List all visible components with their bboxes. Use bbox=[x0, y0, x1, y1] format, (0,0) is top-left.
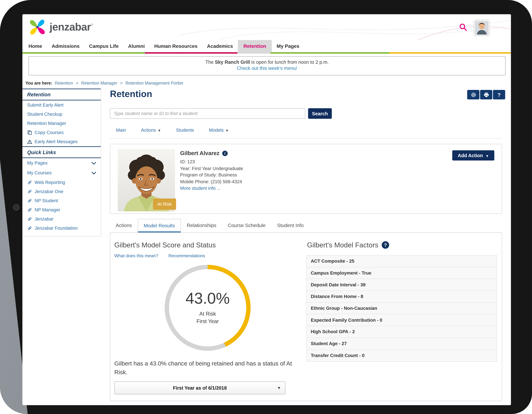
factor-row: Transfer Credit Count - 0 bbox=[307, 350, 497, 361]
print-button[interactable] bbox=[480, 90, 492, 99]
factor-row: Ethnic Group - Non-Caucasian bbox=[307, 303, 497, 314]
factor-row: ACT Composite - 25 bbox=[307, 256, 497, 267]
menu-item-students[interactable]: Students bbox=[176, 128, 194, 133]
sidebar-expand-my-pages[interactable]: My Pages bbox=[22, 158, 101, 168]
sidebar-item-retention-manager[interactable]: Retention Manager bbox=[22, 119, 101, 128]
model-results-panel: Gilbert's Model Score and Status What do… bbox=[110, 232, 502, 401]
header: jenzabar® bbox=[22, 14, 511, 40]
menu-item-actions[interactable]: Actions▼ bbox=[141, 128, 161, 133]
sidebar-link-jenzabar-foundation[interactable]: Jenzabar Foundation bbox=[22, 223, 101, 233]
nav-item-my-pages[interactable]: My Pages bbox=[272, 40, 304, 52]
student-phone: Mobile Phone: (210) 568-4324 bbox=[180, 178, 243, 185]
student-card: At Risk Gilbert Alvarez i ID: 123 Year: … bbox=[110, 144, 502, 214]
recommendations-link[interactable]: Recommendations bbox=[169, 253, 205, 258]
settings-button[interactable] bbox=[467, 90, 479, 99]
sidebar-section-quick-links: Quick Links bbox=[22, 146, 101, 158]
model-factors-table: ACT Composite - 25 Campus Employment - T… bbox=[306, 255, 497, 362]
caret-down-icon: ▼ bbox=[225, 129, 229, 132]
student-search-input[interactable] bbox=[110, 108, 305, 119]
sidebar: Retention Submit Early Alert Student Che… bbox=[22, 88, 101, 236]
search-button[interactable]: Search bbox=[308, 108, 332, 119]
sidebar-item-student-checkup[interactable]: Student Checkup bbox=[22, 110, 101, 119]
nav-item-home[interactable]: Home bbox=[24, 40, 47, 52]
factor-row: Deposit Date Interval - 39 bbox=[307, 279, 497, 291]
factor-row: Campus Employment - True bbox=[307, 267, 497, 279]
score-caption: Gilbert has a 43.0% chance of being reta… bbox=[114, 359, 294, 377]
model-score-donut: 43.0% At Risk First Year bbox=[162, 263, 253, 353]
what-does-this-mean-link[interactable]: What does this mean? bbox=[114, 253, 158, 258]
help-button[interactable]: ? bbox=[493, 90, 505, 99]
menu-item-models[interactable]: Models▼ bbox=[209, 128, 229, 133]
user-avatar[interactable] bbox=[474, 20, 489, 35]
tab-model-results[interactable]: Model Results bbox=[138, 219, 181, 232]
sidebar-item-copy-courses[interactable]: Copy Courses bbox=[22, 128, 101, 137]
caret-down-icon: ▼ bbox=[158, 129, 161, 132]
jenzabar-logo-icon bbox=[28, 18, 47, 37]
portlet-menu: Main Actions▼ Students Models▼ bbox=[116, 128, 229, 133]
sidebar-item-submit-early-alert[interactable]: Submit Early Alert bbox=[22, 100, 101, 110]
breadcrumb-separator: > bbox=[76, 81, 78, 86]
announcement-link[interactable]: Check out this week's menu! bbox=[237, 66, 297, 71]
portal-screen: jenzabar® bbox=[22, 14, 511, 405]
student-program: Program of Study: Business bbox=[180, 172, 243, 178]
tab-relationships[interactable]: Relationships bbox=[181, 219, 222, 232]
model-period-select[interactable]: First Year as of 6/1/2018 ▼ bbox=[114, 381, 285, 394]
more-student-info-link[interactable]: More student info ... bbox=[180, 185, 243, 192]
search-icon bbox=[459, 23, 468, 31]
global-search-button[interactable] bbox=[458, 22, 468, 33]
nav-item-campus-life[interactable]: Campus Life bbox=[84, 40, 124, 52]
breadcrumb-item-retention-manager[interactable]: Retention Manager bbox=[81, 81, 117, 86]
stage: jenzabar® bbox=[0, 0, 532, 414]
link-icon bbox=[27, 189, 32, 194]
announcement-text: The Sky Ranch Grill is open for lunch fr… bbox=[29, 59, 505, 65]
breadcrumb-item-retention[interactable]: Retention bbox=[55, 81, 73, 86]
announcement-banner: The Sky Ranch Grill is open for lunch fr… bbox=[28, 56, 505, 75]
printer-icon bbox=[483, 92, 489, 97]
tablet-camera bbox=[14, 205, 19, 210]
sidebar-link-jenzabar[interactable]: Jenzabar bbox=[22, 214, 101, 223]
user-avatar-image bbox=[475, 21, 488, 35]
sidebar-item-early-alert-messages[interactable]: Early Alert Messages bbox=[22, 137, 101, 146]
nav-item-admissions[interactable]: Admissions bbox=[47, 40, 84, 52]
brand-wordmark: jenzabar® bbox=[50, 21, 93, 33]
help-icon: ? bbox=[497, 92, 501, 97]
tab-actions[interactable]: Actions bbox=[110, 219, 138, 232]
link-icon bbox=[27, 207, 32, 212]
sidebar-expand-my-courses[interactable]: My Courses bbox=[22, 168, 101, 178]
student-id: ID: 123 bbox=[180, 158, 243, 165]
breadcrumb-item-portlet[interactable]: Retention Management Portlet bbox=[125, 81, 183, 86]
breadcrumb-separator: > bbox=[120, 81, 123, 86]
score-panel-title: Gilbert's Model Score and Status bbox=[114, 241, 216, 249]
caret-down-icon: ▼ bbox=[484, 154, 489, 158]
sidebar-link-np-student[interactable]: NP Student bbox=[22, 196, 101, 205]
add-action-button[interactable]: Add Action ▼ bbox=[452, 150, 494, 161]
primary-nav: Home Admissions Campus Life Alumni Human… bbox=[22, 40, 511, 52]
factor-row: High School GPA - 2 bbox=[307, 326, 497, 338]
tab-student-info[interactable]: Student Info bbox=[271, 219, 310, 232]
nav-item-alumni[interactable]: Alumni bbox=[123, 40, 150, 52]
help-circle-icon[interactable]: ? bbox=[382, 241, 389, 249]
factor-row: Student Age - 27 bbox=[307, 338, 497, 350]
sidebar-section-retention: Retention bbox=[22, 88, 101, 100]
link-icon bbox=[27, 216, 32, 222]
info-icon[interactable]: i bbox=[222, 151, 228, 156]
sidebar-link-jenzabar-one[interactable]: Jenzabar One bbox=[22, 187, 101, 196]
breadcrumb-prefix: You are here: bbox=[26, 81, 52, 86]
nav-item-academics[interactable]: Academics bbox=[202, 40, 238, 52]
student-info: Gilbert Alvarez i ID: 123 Year: First Ye… bbox=[180, 150, 243, 192]
sidebar-link-web-reporting[interactable]: Web Reporting bbox=[22, 178, 101, 187]
link-icon bbox=[27, 180, 32, 185]
tablet-bezel: jenzabar® bbox=[0, 0, 532, 414]
link-icon bbox=[27, 226, 32, 231]
menu-divider bbox=[110, 138, 502, 138]
menu-item-main[interactable]: Main bbox=[116, 128, 126, 133]
student-year: Year: First Year Undergraduate bbox=[180, 165, 243, 172]
portlet-toolbar: ? bbox=[467, 90, 505, 99]
factors-panel-title: Gilbert's Model Factors bbox=[307, 241, 378, 249]
sidebar-link-np-manager[interactable]: NP Manager bbox=[22, 205, 101, 214]
student-name: Gilbert Alvarez bbox=[180, 150, 219, 156]
tab-course-schedule[interactable]: Course Schedule bbox=[222, 219, 271, 232]
nav-item-retention[interactable]: Retention bbox=[238, 40, 272, 52]
nav-item-human-resources[interactable]: Human Resources bbox=[150, 40, 202, 52]
jenzabar-logo[interactable]: jenzabar® bbox=[28, 18, 93, 37]
